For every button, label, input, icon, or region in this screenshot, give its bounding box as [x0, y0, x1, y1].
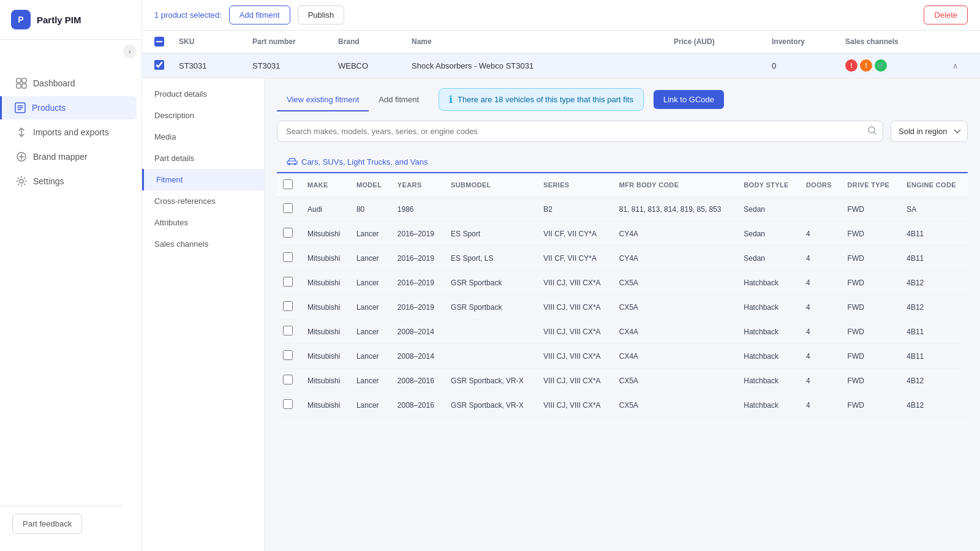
sidebar-item-settings[interactable]: Settings	[5, 170, 137, 193]
row-select-checkbox[interactable]	[154, 60, 164, 70]
svg-rect-3	[22, 84, 26, 88]
cell-model: Lancer	[350, 320, 391, 344]
sidebar-item-label: Dashboard	[33, 78, 75, 88]
cell-model: Lancer	[350, 344, 391, 369]
delete-button[interactable]: Delete	[924, 6, 968, 24]
th-body-style: Body style	[737, 173, 800, 197]
nav-fitment[interactable]: Fitment	[142, 169, 264, 190]
cell-submodel: ES Sport	[445, 222, 537, 246]
sidebar-item-brand-mapper[interactable]: Brand mapper	[5, 145, 137, 168]
row-checkbox[interactable]	[283, 228, 293, 238]
nav-attributes[interactable]: Attributes	[142, 212, 264, 233]
cell-mfr-body-code: CX4A	[613, 320, 738, 344]
nav-media[interactable]: Media	[142, 126, 264, 148]
nav-sales-channels[interactable]: Sales channels	[142, 233, 264, 255]
row-checkbox[interactable]	[283, 350, 293, 360]
tab-cars-suvs[interactable]: Cars, SUVs, Light Trucks, and Vans	[277, 152, 437, 173]
cell-series: VIII CJ, VIII CX*A	[537, 320, 613, 344]
cell-make: Mitsubishi	[301, 271, 350, 295]
cell-model: 80	[350, 197, 391, 222]
cell-make: Mitsubishi	[301, 222, 350, 246]
add-fitment-button[interactable]: Add fitment	[229, 6, 290, 24]
cell-series: VII CF, VII CY*A	[537, 246, 613, 271]
cell-engine-code: 4B11	[900, 344, 968, 369]
fitment-search-input[interactable]	[277, 121, 883, 142]
cell-years: 2008–2016	[391, 393, 445, 418]
product-row: ST3031 ST3031 WEBCO Shock Absorbers - We…	[142, 53, 980, 78]
nav-description[interactable]: Description	[142, 105, 264, 126]
search-button[interactable]	[867, 126, 877, 138]
cell-doors: 4	[800, 222, 842, 246]
cell-series: B2	[537, 197, 613, 222]
indeterminate-checkbox[interactable]	[154, 37, 164, 47]
table-row: Audi 80 1986 B2 81, 811, 813, 814, 819, …	[277, 197, 968, 222]
cell-mfr-body-code: CX5A	[613, 295, 738, 320]
cell-body-style: Hatchback	[737, 320, 800, 344]
cell-years: 2008–2016	[391, 369, 445, 393]
dashboard-icon	[16, 78, 27, 89]
th-years: Years	[391, 173, 445, 197]
table-row: Mitsubishi Lancer 2008–2014 VIII CJ, VII…	[277, 344, 968, 369]
fitment-select-all[interactable]	[283, 179, 293, 189]
row-checkbox[interactable]	[283, 301, 293, 311]
sidebar-item-imports-exports[interactable]: Imports and exports	[5, 121, 137, 144]
table-row: Mitsubishi Lancer 2008–2016 GSR Sportbac…	[277, 369, 968, 393]
cell-drive-type: FWD	[842, 369, 901, 393]
cell-drive-type: FWD	[842, 222, 901, 246]
cell-sku: ST3031	[179, 61, 252, 70]
row-checkbox[interactable]	[283, 399, 293, 409]
cell-submodel: GSR Sportback	[445, 271, 537, 295]
cell-series: VII CF, VII CY*A	[537, 222, 613, 246]
svg-rect-0	[17, 78, 21, 83]
sidebar-item-products[interactable]: Products	[0, 96, 137, 119]
row-checkbox[interactable]	[154, 60, 179, 72]
th-drive-type: Drive type	[842, 173, 901, 197]
row-checkbox[interactable]	[283, 203, 293, 213]
th-engine-code: Engine code	[900, 173, 968, 197]
cell-drive-type: FWD	[842, 320, 901, 344]
settings-icon	[16, 176, 27, 187]
cell-mfr-body-code: CX5A	[613, 271, 738, 295]
sidebar-item-dashboard[interactable]: Dashboard	[5, 72, 137, 95]
row-checkbox[interactable]	[283, 277, 293, 287]
col-brand: Brand	[338, 37, 412, 46]
cell-engine-code: 4B12	[900, 295, 968, 320]
cell-years: 1986	[391, 197, 445, 222]
select-all-checkbox-col[interactable]	[154, 37, 179, 47]
category-tab-label: Cars, SUVs, Light Trucks, and Vans	[301, 157, 428, 167]
region-select[interactable]: Sold in region Australia USA UK	[891, 121, 968, 142]
th-make: Make	[301, 173, 350, 197]
nav-product-details[interactable]: Product details	[142, 83, 264, 105]
sales-channel-icons: ! ! 🛒	[845, 59, 943, 72]
cell-doors: 4	[800, 393, 842, 418]
cell-engine-code: 4B12	[900, 393, 968, 418]
cell-body-style: Sedan	[737, 222, 800, 246]
publish-button[interactable]: Publish	[298, 6, 345, 24]
row-checkbox[interactable]	[283, 375, 293, 384]
cell-mfr-body-code: CY4A	[613, 222, 738, 246]
cell-make: Mitsubishi	[301, 320, 350, 344]
row-checkbox[interactable]	[283, 252, 293, 262]
sidebar-collapse-button[interactable]: ‹	[123, 45, 137, 58]
nav-cross-references[interactable]: Cross-references	[142, 190, 264, 212]
svg-point-9	[20, 179, 23, 183]
link-gcode-button[interactable]: Link to GCode	[654, 90, 724, 109]
status-icon-orange: !	[860, 59, 872, 72]
svg-rect-2	[17, 84, 21, 88]
row-checkbox[interactable]	[283, 326, 293, 335]
tab-add-fitment[interactable]: Add fitment	[369, 89, 429, 111]
cell-doors: 4	[800, 295, 842, 320]
nav-part-details[interactable]: Part details	[142, 148, 264, 169]
vehicles-info-text: There are 18 vehicles of this type that …	[458, 95, 633, 104]
cell-doors	[800, 197, 842, 222]
cell-expand[interactable]: ∧	[943, 61, 968, 70]
cell-drive-type: FWD	[842, 271, 901, 295]
cell-doors: 4	[800, 271, 842, 295]
cell-model: Lancer	[350, 271, 391, 295]
cell-body-style: Hatchback	[737, 369, 800, 393]
main-content: 1 product selected: Add fitment Publish …	[142, 0, 980, 551]
col-name: Name	[412, 37, 674, 46]
products-icon	[15, 102, 26, 113]
tab-view-existing-fitment[interactable]: View existing fitment	[277, 89, 369, 111]
cell-model: Lancer	[350, 393, 391, 418]
